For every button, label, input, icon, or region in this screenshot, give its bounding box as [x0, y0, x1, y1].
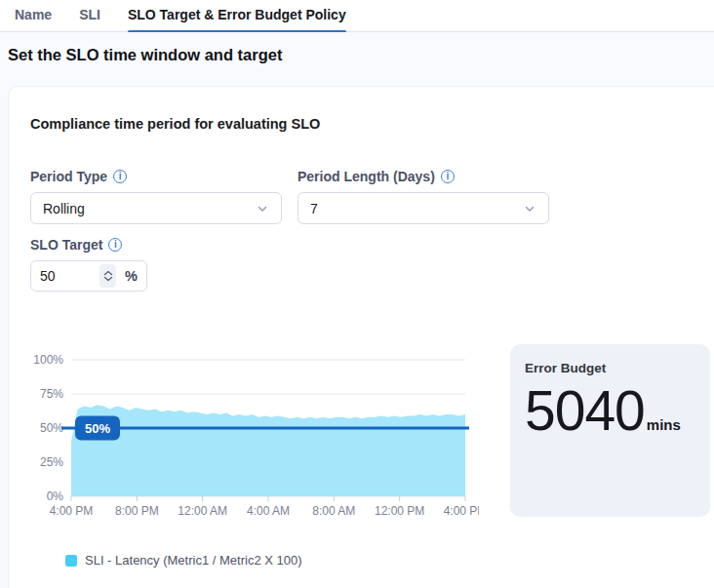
number-stepper[interactable]	[99, 264, 116, 288]
tab-sli[interactable]: SLI	[79, 0, 100, 32]
svg-text:0%: 0%	[47, 490, 64, 503]
slo-target-field: %	[30, 260, 147, 292]
svg-text:75%: 75%	[40, 387, 63, 401]
slo-target-label-text: SLO Target	[30, 237, 102, 253]
period-type-label-text: Period Type	[30, 169, 107, 184]
svg-text:4:00 PM: 4:00 PM	[444, 504, 479, 518]
slo-preview-chart: 0%25%50%75%100%4:00 PM8:00 PM12:00 AM4:0…	[30, 350, 479, 530]
svg-text:50%: 50%	[85, 421, 110, 436]
period-type-select[interactable]: Rolling	[30, 192, 282, 224]
svg-text:50%: 50%	[40, 421, 63, 435]
svg-text:4:00 PM: 4:00 PM	[50, 504, 94, 518]
page-background: Set the SLO time window and target Compl…	[0, 32, 714, 588]
svg-text:12:00 AM: 12:00 AM	[178, 504, 227, 518]
period-length-value: 7	[310, 201, 318, 216]
error-budget-unit: mins	[647, 416, 681, 433]
compliance-subtitle: Compliance time period for evaluating SL…	[30, 116, 320, 132]
chart-legend-item[interactable]: SLI - Latency (Metric1 / Metric2 X 100)	[65, 553, 302, 568]
slo-target-label: SLO Target i	[30, 237, 122, 253]
legend-label: SLI - Latency (Metric1 / Metric2 X 100)	[85, 553, 302, 568]
period-type-label: Period Type i	[30, 169, 127, 184]
slo-settings-panel: Compliance time period for evaluating SL…	[8, 86, 714, 588]
period-length-label-text: Period Length (Days)	[298, 169, 435, 184]
tab-name[interactable]: Name	[15, 0, 52, 32]
percent-unit-label: %	[125, 268, 138, 284]
period-length-label: Period Length (Days) i	[298, 169, 455, 184]
form-tabs: Name SLI SLO Target & Error Budget Polic…	[0, 0, 714, 32]
error-budget-title: Error Budget	[525, 361, 695, 375]
section-title: Set the SLO time window and target	[8, 46, 282, 64]
svg-text:25%: 25%	[40, 455, 63, 469]
slo-target-input[interactable]	[40, 268, 91, 284]
legend-swatch	[65, 555, 77, 567]
error-budget-value: 5040	[525, 379, 645, 442]
tab-slo-target-error-budget[interactable]: SLO Target & Error Budget Policy	[128, 0, 346, 32]
svg-text:4:00 AM: 4:00 AM	[247, 504, 290, 518]
info-icon[interactable]: i	[113, 170, 127, 183]
svg-text:8:00 AM: 8:00 AM	[312, 504, 355, 518]
svg-text:12:00 PM: 12:00 PM	[375, 504, 424, 518]
error-budget-card: Error Budget 5040mins	[510, 344, 710, 517]
period-type-value: Rolling	[43, 201, 85, 216]
info-icon[interactable]: i	[108, 238, 122, 252]
svg-text:8:00 PM: 8:00 PM	[115, 504, 159, 518]
svg-text:100%: 100%	[33, 353, 63, 367]
period-length-select[interactable]: 7	[298, 192, 549, 224]
chevron-down-icon	[256, 202, 269, 216]
chevron-down-icon	[523, 202, 536, 216]
info-icon[interactable]: i	[441, 170, 455, 183]
